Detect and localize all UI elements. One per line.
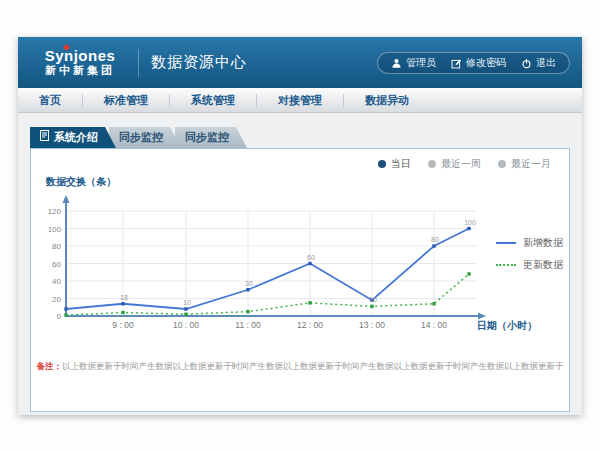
radio-dot-icon: [378, 160, 386, 168]
svg-text:11 : 00: 11 : 00: [235, 320, 261, 330]
footnote-label: 备注：: [37, 361, 63, 371]
main-nav: 首页 标准管理 系统管理 对接管理 数据异动: [18, 88, 582, 113]
svg-text:120: 120: [48, 207, 62, 216]
change-password-label: 修改密码: [466, 56, 506, 70]
svg-text:100: 100: [48, 225, 62, 234]
document-icon: [40, 127, 49, 148]
svg-text:60: 60: [52, 260, 61, 269]
company-logo: Synjones 新中新集团: [28, 48, 132, 77]
nav-item-home[interactable]: 首页: [18, 94, 83, 107]
radio-label: 最近一月: [511, 157, 551, 171]
radio-today[interactable]: 当日: [378, 157, 411, 171]
svg-text:100: 100: [464, 219, 476, 226]
nav-item-system-mgmt[interactable]: 系统管理: [170, 94, 257, 107]
tab-bar: 系统介绍 同步监控 同步监控: [30, 127, 570, 148]
change-password-button[interactable]: 修改密码: [451, 56, 506, 70]
logout-button[interactable]: 退出: [521, 56, 556, 70]
time-range-filter: 当日 最近一周 最近一月: [378, 157, 551, 171]
svg-text:30: 30: [245, 280, 253, 287]
edit-icon: [451, 58, 462, 69]
user-icon: [391, 58, 402, 69]
tab-sync-monitor-2[interactable]: 同步监控: [175, 127, 247, 148]
user-toolbar: 管理员 修改密码 退出: [377, 52, 570, 74]
logout-label: 退出: [536, 56, 556, 70]
radio-dot-icon: [498, 160, 506, 168]
y-axis-title: 数据交换（条）: [46, 175, 116, 189]
svg-text:40: 40: [52, 277, 61, 286]
radio-dot-icon: [428, 160, 436, 168]
app-header: Synjones 新中新集团 数据资源中心 管理员 修改密码: [18, 37, 582, 88]
line-sample-icon: [496, 242, 516, 244]
legend-label: 更新数据: [523, 258, 563, 272]
current-user[interactable]: 管理员: [391, 56, 436, 70]
tab-label: 同步监控: [119, 127, 163, 148]
svg-text:10: 10: [369, 296, 377, 303]
svg-text:日期（小时）: 日期（小时）: [477, 320, 537, 331]
chart-legend: 新增数据 更新数据: [496, 235, 563, 279]
svg-text:10: 10: [183, 299, 191, 306]
svg-text:80: 80: [431, 236, 439, 243]
svg-text:60: 60: [307, 254, 315, 261]
svg-text:10 : 00: 10 : 00: [173, 320, 199, 330]
tab-sync-monitor-1[interactable]: 同步监控: [109, 127, 181, 148]
footnote-text: 以上数据更新于时间产生数据以上数据更新于时间产生数据以上数据更新于时间产生数据以…: [62, 361, 564, 371]
svg-text:12 : 00: 12 : 00: [297, 320, 323, 330]
legend-label: 新增数据: [523, 236, 563, 250]
nav-item-standard-mgmt[interactable]: 标准管理: [83, 94, 170, 107]
content-area: 系统介绍 同步监控 同步监控 当日 最近一周: [18, 113, 582, 412]
exchange-chart: 0204060801001209 : 0010 : 0011 : 0012 : …: [39, 189, 539, 334]
radio-last-week[interactable]: 最近一周: [428, 157, 481, 171]
svg-text:14 : 00: 14 : 00: [421, 320, 447, 330]
svg-text:9 : 00: 9 : 00: [112, 320, 134, 330]
tab-label: 系统介绍: [54, 127, 98, 148]
power-icon: [521, 58, 532, 69]
svg-text:20: 20: [52, 295, 61, 304]
nav-item-interface-mgmt[interactable]: 对接管理: [257, 94, 344, 107]
radio-last-month[interactable]: 最近一月: [498, 157, 551, 171]
chart-panel: 当日 最近一周 最近一月 数据交换（条） 0204060801001209 : …: [30, 148, 570, 412]
nav-item-data-change[interactable]: 数据异动: [344, 94, 430, 107]
tab-system-intro[interactable]: 系统介绍: [30, 127, 116, 148]
svg-text:18: 18: [120, 294, 128, 301]
page-title: 数据资源中心: [151, 53, 247, 72]
svg-text:0: 0: [57, 312, 62, 321]
logo-primary-text: Synjones: [28, 48, 132, 63]
footnote: 备注：以上数据更新于时间产生数据以上数据更新于时间产生数据以上数据更新于时间产生…: [31, 361, 569, 373]
legend-item-updated-data[interactable]: 更新数据: [496, 257, 563, 273]
header-divider: [138, 49, 139, 77]
radio-label: 最近一周: [441, 157, 481, 171]
svg-text:13 : 00: 13 : 00: [359, 320, 385, 330]
tab-label: 同步监控: [185, 127, 229, 148]
app-window: Synjones 新中新集团 数据资源中心 管理员 修改密码: [18, 37, 582, 415]
svg-text:80: 80: [52, 242, 61, 251]
logo-secondary-text: 新中新集团: [28, 63, 132, 77]
dotted-line-sample-icon: [496, 264, 516, 266]
radio-label: 当日: [391, 157, 411, 171]
current-user-label: 管理员: [406, 56, 436, 70]
legend-item-new-data[interactable]: 新增数据: [496, 235, 563, 251]
